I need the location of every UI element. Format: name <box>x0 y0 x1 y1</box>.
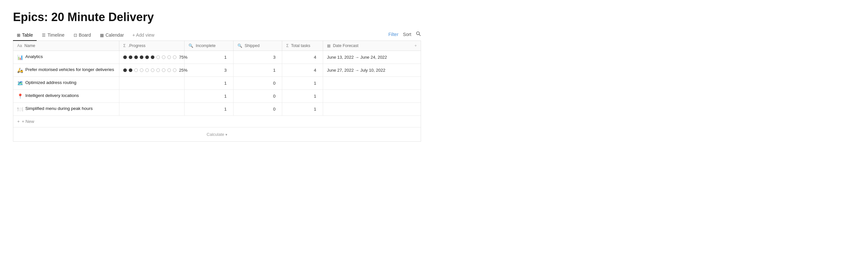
dot-filled <box>123 56 127 59</box>
dot-empty <box>173 56 177 59</box>
table-row: 📊 Analytics 75%134June 13, 2022 → June 2… <box>13 51 421 64</box>
dot-empty <box>162 56 165 59</box>
cell-progress-3 <box>119 90 185 103</box>
cell-date-4 <box>323 103 421 116</box>
calculate-label: Calculate <box>207 132 224 137</box>
name-col-icon: Aa <box>17 43 22 48</box>
cell-name-2: 🗺️ Optimized address routing <box>13 77 119 90</box>
tab-calendar[interactable]: ▦ Calendar <box>96 30 128 41</box>
cell-incomplete-2: 1 <box>185 77 234 90</box>
table-wrapper: Aa Name Σ .Progress 🔍 Incomplete 🔍 Shipp… <box>13 41 421 142</box>
dot-empty <box>145 68 149 72</box>
tab-timeline-label: Timeline <box>48 32 64 38</box>
cell-total-4: 1 <box>282 103 323 116</box>
cell-date-1: June 27, 2022 → July 10, 2022 <box>323 64 421 77</box>
cell-name-1: 🛵 Prefer motorised vehicles for longer d… <box>13 64 119 77</box>
tab-timeline[interactable]: ☰ Timeline <box>38 30 68 41</box>
table-row: 🗺️ Optimized address routing 101 <box>13 77 421 90</box>
tab-table-label: Table <box>22 32 33 38</box>
svg-point-0 <box>416 32 420 35</box>
cell-date-0: June 13, 2022 → June 24, 2022 <box>323 51 421 64</box>
cell-incomplete-3: 1 <box>185 90 234 103</box>
cell-name-3: 📍 Intelligent delivery locations <box>13 90 119 103</box>
incomplete-col-icon: 🔍 <box>188 43 193 48</box>
row-emoji-3: 📍 <box>17 93 23 99</box>
dot-empty <box>156 56 160 59</box>
tab-board-label: Board <box>79 32 91 38</box>
table-row: 🛵 Prefer motorised vehicles for longer d… <box>13 64 421 77</box>
cell-date-2 <box>323 77 421 90</box>
row-emoji-4: 🍽️ <box>17 106 23 112</box>
tab-add-view[interactable]: + Add view <box>129 30 158 41</box>
cell-progress-4 <box>119 103 185 116</box>
cell-shipped-0: 3 <box>233 51 282 64</box>
total-col-icon: Σ <box>286 43 288 48</box>
col-header-date[interactable]: ▦ Date Forecast + <box>323 41 421 51</box>
row-name-1: Prefer motorised vehicles for longer del… <box>25 67 114 72</box>
svg-line-1 <box>420 35 421 36</box>
dot-empty <box>167 56 171 59</box>
row-emoji-0: 📊 <box>17 55 23 60</box>
dot-empty <box>167 68 171 72</box>
new-row-button[interactable]: + + New <box>13 115 421 127</box>
cell-incomplete-0: 1 <box>185 51 234 64</box>
cell-progress-2 <box>119 77 185 90</box>
tab-table[interactable]: ⊞ Table <box>13 30 37 41</box>
tab-bar: ⊞ Table ☰ Timeline ⊡ Board ▦ Calendar + … <box>13 30 421 41</box>
progress-col-icon: Σ <box>123 43 126 48</box>
cell-progress-1: 25% <box>119 64 185 77</box>
new-row-plus-icon: + <box>17 119 20 124</box>
cell-shipped-1: 1 <box>233 64 282 77</box>
cell-name-0: 📊 Analytics <box>13 51 119 64</box>
board-icon: ⊡ <box>74 33 77 38</box>
dot-filled <box>129 68 132 72</box>
col-header-name[interactable]: Aa Name <box>13 41 119 51</box>
calculate-arrow-icon: ▾ <box>225 133 227 137</box>
dot-filled <box>145 56 149 59</box>
col-header-total[interactable]: Σ Total tasks <box>282 41 323 51</box>
cell-incomplete-4: 1 <box>185 103 234 116</box>
dot-filled <box>123 68 127 72</box>
col-header-incomplete[interactable]: 🔍 Incomplete <box>185 41 234 51</box>
cell-shipped-3: 0 <box>233 90 282 103</box>
table-row: 🍽️ Simplified menu during peak hours 101 <box>13 103 421 116</box>
search-icon[interactable] <box>416 31 421 37</box>
calendar-icon: ▦ <box>100 33 104 38</box>
row-name-0: Analytics <box>25 54 43 59</box>
dot-filled <box>134 56 138 59</box>
dot-empty <box>140 68 143 72</box>
shipped-col-icon: 🔍 <box>238 43 242 48</box>
tab-add-view-label: + Add view <box>132 32 154 38</box>
dot-filled <box>151 56 154 59</box>
calculate-row[interactable]: Calculate ▾ <box>13 127 421 141</box>
sort-button[interactable]: Sort <box>403 32 411 37</box>
dot-empty <box>134 68 138 72</box>
row-emoji-2: 🗺️ <box>17 80 23 86</box>
col-header-progress[interactable]: Σ .Progress <box>119 41 185 51</box>
dot-empty <box>151 68 154 72</box>
cell-date-3 <box>323 90 421 103</box>
cell-incomplete-1: 3 <box>185 64 234 77</box>
add-col-button[interactable]: + <box>414 43 417 48</box>
page-container: Epics: 20 Minute Delivery ⊞ Table ☰ Time… <box>0 0 434 148</box>
table-icon: ⊞ <box>17 33 21 38</box>
filter-button[interactable]: Filter <box>388 32 398 37</box>
cell-total-2: 1 <box>282 77 323 90</box>
main-table: Aa Name Σ .Progress 🔍 Incomplete 🔍 Shipp… <box>13 41 421 115</box>
progress-pct-1: 25% <box>179 68 187 73</box>
table-row: 📍 Intelligent delivery locations 101 <box>13 90 421 103</box>
tab-calendar-label: Calendar <box>105 32 124 38</box>
cell-total-0: 4 <box>282 51 323 64</box>
cell-shipped-4: 0 <box>233 103 282 116</box>
dot-empty <box>162 68 165 72</box>
col-header-shipped[interactable]: 🔍 Shipped <box>233 41 282 51</box>
cell-progress-0: 75% <box>119 51 185 64</box>
cell-total-3: 1 <box>282 90 323 103</box>
dot-filled <box>129 56 132 59</box>
tab-board[interactable]: ⊡ Board <box>70 30 95 41</box>
date-col-icon: ▦ <box>327 43 331 48</box>
cell-name-4: 🍽️ Simplified menu during peak hours <box>13 103 119 116</box>
row-name-3: Intelligent delivery locations <box>25 93 79 98</box>
dot-empty <box>156 68 160 72</box>
dot-empty <box>173 68 177 72</box>
